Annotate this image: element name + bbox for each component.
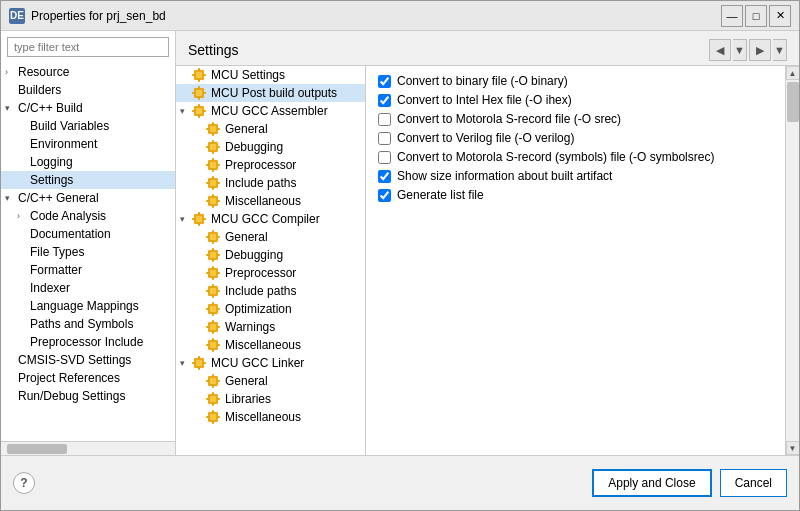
mtree-item-asm-miscellaneous[interactable]: Miscellaneous [176,192,365,210]
checkbox-convert-verilog[interactable] [378,132,391,145]
scroll-handle[interactable] [787,82,799,122]
mtree-item-lnk-libraries[interactable]: Libraries [176,390,365,408]
mtree-item-label: Debugging [225,248,283,262]
back-button[interactable]: ◀ [709,39,731,61]
svg-rect-8 [198,86,200,89]
svg-rect-35 [217,164,220,166]
svg-rect-22 [206,128,209,130]
sidebar-item-file-types[interactable]: File Types [1,243,175,261]
mtree-item-asm-preprocessor[interactable]: Preprocessor [176,156,365,174]
svg-rect-15 [198,115,200,118]
svg-rect-91 [210,342,216,348]
minimize-button[interactable]: — [721,5,743,27]
svg-rect-65 [217,254,220,256]
checkbox-convert-srec[interactable] [378,113,391,126]
mtree-item-label: Miscellaneous [225,338,301,352]
checkbox-convert-symbolsrec[interactable] [378,151,391,164]
scroll-down-arrow[interactable]: ▼ [786,441,800,455]
sidebar-item-formatter[interactable]: Formatter [1,261,175,279]
sidebar-item-cpp-general[interactable]: ▾C/C++ General [1,189,175,207]
cancel-button[interactable]: Cancel [720,469,787,497]
svg-rect-79 [210,306,216,312]
sidebar-item-builders[interactable]: Builders [1,81,175,99]
mtree-item-mcu-gcc-linker[interactable]: ▾MCU GCC Linker [176,354,365,372]
mtree-item-lnk-general[interactable]: General [176,372,365,390]
settings-icon [206,320,222,334]
sidebar-item-paths-and-symbols[interactable]: Paths and Symbols [1,315,175,333]
checkbox-generate-list[interactable] [378,189,391,202]
sidebar-item-cpp-build[interactable]: ▾C/C++ Build [1,99,175,117]
mtree-item-cc-preprocessor[interactable]: Preprocessor [176,264,365,282]
filter-input[interactable] [7,37,169,57]
mtree-item-asm-include-paths[interactable]: Include paths [176,174,365,192]
scroll-track[interactable] [786,80,800,441]
mtree-item-mcu-gcc-compiler[interactable]: ▾MCU GCC Compiler [176,210,365,228]
svg-rect-112 [206,398,209,400]
svg-rect-62 [212,248,214,251]
sidebar-item-label: Code Analysis [30,209,106,223]
right-scrollbar[interactable]: ▲ ▼ [785,66,799,455]
svg-rect-27 [212,151,214,154]
svg-rect-85 [210,324,216,330]
sidebar-item-run-debug[interactable]: Run/Debug Settings [1,387,175,405]
svg-rect-9 [198,97,200,100]
mtree-item-mcu-gcc-assembler[interactable]: ▾MCU GCC Assembler [176,102,365,120]
mtree-item-mcu-settings[interactable]: MCU Settings [176,66,365,84]
scroll-up-arrow[interactable]: ▲ [786,66,800,80]
sidebar-item-language-mappings[interactable]: Language Mappings [1,297,175,315]
sidebar-item-cmsis-svd[interactable]: CMSIS-SVD Settings [1,351,175,369]
sidebar-item-code-analysis[interactable]: ›Code Analysis [1,207,175,225]
mtree-item-asm-general[interactable]: General [176,120,365,138]
sidebar-item-project-references[interactable]: Project References [1,369,175,387]
svg-rect-31 [210,162,216,168]
forward-button[interactable]: ▶ [749,39,771,61]
apply-close-button[interactable]: Apply and Close [592,469,711,497]
svg-rect-4 [192,74,195,76]
mtree-item-cc-include-paths[interactable]: Include paths [176,282,365,300]
sidebar-scrollbar[interactable] [1,441,175,455]
mtree-item-cc-miscellaneous[interactable]: Miscellaneous [176,336,365,354]
sidebar-item-build-variables[interactable]: Build Variables [1,117,175,135]
mtree-item-lnk-miscellaneous[interactable]: Miscellaneous [176,408,365,426]
mtree-item-asm-debugging[interactable]: Debugging [176,138,365,156]
sidebar-item-preprocessor-include[interactable]: Preprocessor Include [1,333,175,351]
mtree-item-cc-general[interactable]: General [176,228,365,246]
mtree-item-cc-warnings[interactable]: Warnings [176,318,365,336]
svg-rect-43 [210,198,216,204]
sidebar-item-documentation[interactable]: Documentation [1,225,175,243]
sidebar-item-label: Environment [30,137,97,151]
window-title: Properties for prj_sen_bd [31,9,721,23]
svg-rect-63 [212,259,214,262]
settings-icon [206,338,222,352]
settings-icon [206,176,222,190]
sidebar-item-indexer[interactable]: Indexer [1,279,175,297]
forward-dropdown-button[interactable]: ▼ [773,39,787,61]
sidebar-item-label: Resource [18,65,69,79]
svg-rect-14 [198,104,200,107]
svg-rect-33 [212,169,214,172]
sidebar-item-environment[interactable]: Environment [1,135,175,153]
checkbox-convert-binary[interactable] [378,75,391,88]
help-button[interactable]: ? [13,472,35,494]
svg-rect-46 [206,200,209,202]
back-dropdown-button[interactable]: ▼ [733,39,747,61]
checkbox-convert-ihex[interactable] [378,94,391,107]
checkbox-show-size[interactable] [378,170,391,183]
mtree-item-cc-optimization[interactable]: Optimization [176,300,365,318]
sidebar-item-logging[interactable]: Logging [1,153,175,171]
settings-icon [206,284,222,298]
sidebar-item-settings[interactable]: Settings [1,171,175,189]
mtree-item-mcu-post-build[interactable]: MCU Post build outputs [176,84,365,102]
svg-rect-59 [217,236,220,238]
svg-rect-52 [192,218,195,220]
mtree-item-label: Preprocessor [225,266,296,280]
sidebar-item-resource[interactable]: ›Resource [1,63,175,81]
mtree-item-label: Debugging [225,140,283,154]
svg-rect-11 [203,92,206,94]
close-button[interactable]: ✕ [769,5,791,27]
mtree-item-label: MCU GCC Linker [211,356,304,370]
svg-rect-71 [217,272,220,274]
maximize-button[interactable]: □ [745,5,767,27]
mtree-item-cc-debugging[interactable]: Debugging [176,246,365,264]
sidebar-scroll-thumb[interactable] [7,444,67,454]
